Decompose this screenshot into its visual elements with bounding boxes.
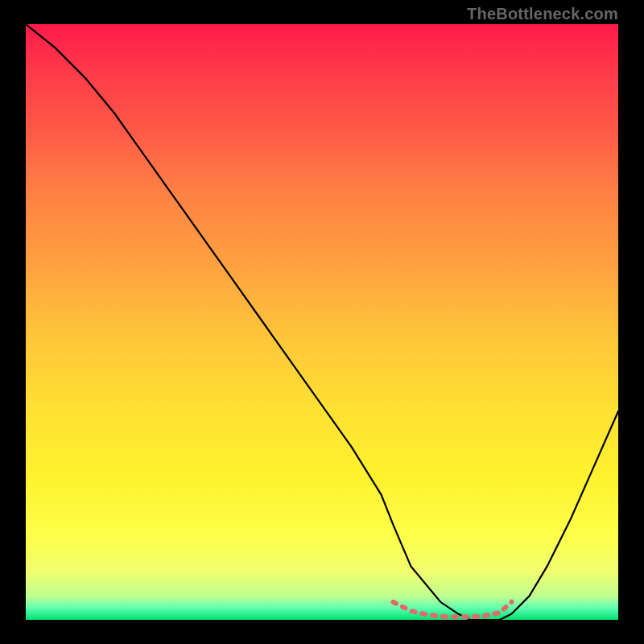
chart-frame: TheBottleneck.com — [0, 0, 644, 644]
bottleneck-curve-path — [26, 24, 618, 620]
watermark-text: TheBottleneck.com — [467, 5, 618, 23]
curve-layer — [26, 24, 618, 620]
plot-area — [26, 24, 618, 620]
